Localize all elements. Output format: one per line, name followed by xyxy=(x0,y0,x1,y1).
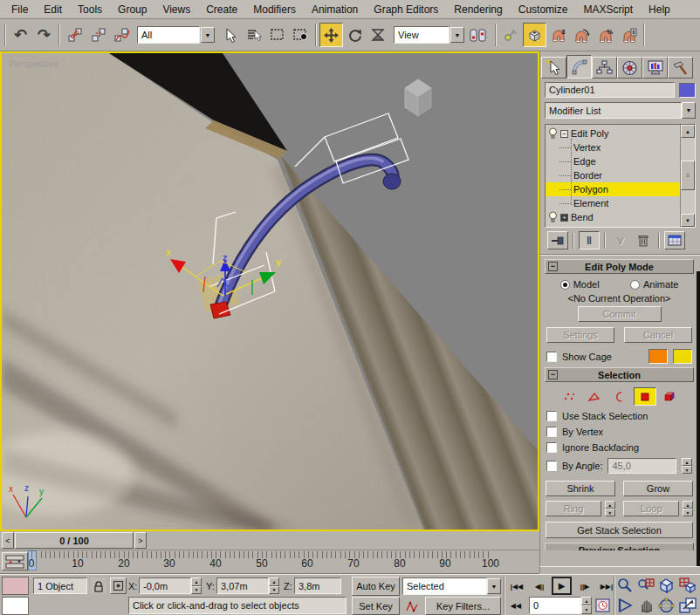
auto-key-button[interactable]: Auto Key xyxy=(352,577,400,596)
menu-maxscript[interactable]: MAXScript xyxy=(575,2,641,17)
y-coordinate-field[interactable]: 3,07m xyxy=(216,577,269,594)
angle-snap-toggle-button[interactable] xyxy=(570,23,594,47)
previous-frame-button[interactable]: ◀|| xyxy=(529,577,550,595)
tab-display[interactable] xyxy=(642,57,668,79)
key-mode-dropdown[interactable]: Selected xyxy=(402,577,487,595)
spinner-down[interactable]: ▼ xyxy=(191,586,202,595)
configure-modifier-sets-button[interactable] xyxy=(664,231,685,249)
tab-utilities[interactable] xyxy=(668,57,693,79)
cancel-button[interactable]: Cancel xyxy=(624,327,692,343)
maximize-viewport-toggle[interactable] xyxy=(678,597,697,615)
get-stack-selection-button[interactable]: Get Stack Selection xyxy=(546,522,693,538)
y-spinner[interactable]: ▲▼ xyxy=(269,577,279,594)
unlink-selection-button[interactable] xyxy=(86,23,110,47)
animate-radio[interactable]: Animate xyxy=(630,279,678,290)
set-key-filters-curve-button[interactable] xyxy=(402,597,422,615)
key-filters-button[interactable]: Key Filters... xyxy=(425,597,501,615)
play-animation-button[interactable]: ▶ xyxy=(552,577,572,595)
ignore-backfacing-row[interactable]: Ignore Backfacing xyxy=(546,442,692,453)
selection-filter-dropdown[interactable]: All xyxy=(137,26,200,44)
pan-view-button[interactable] xyxy=(637,597,655,615)
zoom-region-button[interactable] xyxy=(616,597,635,615)
snaps-toggle-button[interactable]: 3 xyxy=(546,23,570,47)
key-mode-arrow[interactable]: ▼ xyxy=(487,578,501,594)
track-bar-ruler[interactable]: 0 10 20 30 40 50 60 70 80 90 100 xyxy=(30,550,536,572)
vertex-subobject-button[interactable] xyxy=(558,387,580,406)
shrink-button[interactable]: Shrink xyxy=(546,481,615,496)
set-key-button[interactable]: Set Key xyxy=(352,597,400,615)
undo-button[interactable]: ↶ xyxy=(9,23,32,47)
stack-item-vertex[interactable]: Vertex xyxy=(546,140,680,154)
checkbox[interactable] xyxy=(546,411,557,421)
stack-item-edge[interactable]: Edge xyxy=(546,154,680,168)
expand-icon[interactable]: + xyxy=(560,214,568,222)
show-cage-checkbox[interactable] xyxy=(546,352,557,362)
cage-selected-color-swatch[interactable] xyxy=(673,349,692,364)
polygon-subobject-button[interactable] xyxy=(634,387,656,406)
checkbox[interactable] xyxy=(546,442,557,453)
scroll-thumb[interactable]: ≡ xyxy=(681,161,695,190)
track-bar[interactable]: 0 10 20 30 40 50 60 70 80 90 100 xyxy=(0,550,539,574)
stack-scrollbar[interactable]: ▲ ≡ ▼ xyxy=(680,125,695,227)
select-object-button[interactable] xyxy=(218,23,242,47)
perspective-viewport[interactable]: x y z x z y Perspective xyxy=(0,51,539,531)
selection-filter-arrow[interactable]: ▼ xyxy=(201,27,215,43)
stack-item-polygon-selected[interactable]: Polygon xyxy=(546,182,680,196)
object-name-field[interactable]: Cylinder01 xyxy=(545,82,675,98)
menu-views[interactable]: Views xyxy=(154,2,198,17)
menu-modifiers[interactable]: Modifiers xyxy=(245,2,304,17)
absolute-offset-mode-toggle[interactable] xyxy=(110,577,127,594)
spinner-snap-toggle-button[interactable] xyxy=(617,23,641,47)
edge-subobject-button[interactable] xyxy=(583,387,606,406)
menu-customize[interactable]: Customize xyxy=(511,2,576,17)
spinner-down[interactable]: ▼ xyxy=(682,466,692,474)
by-vertex-row[interactable]: By Vertex xyxy=(546,427,692,437)
spinner-up[interactable]: ▲ xyxy=(682,458,692,466)
spinner-up[interactable]: ▲ xyxy=(191,577,202,586)
loop-spinner[interactable]: ▲▼ xyxy=(683,501,693,516)
by-angle-row[interactable]: By Angle: 45,0 ▲▼ xyxy=(546,458,692,474)
menu-group[interactable]: Group xyxy=(110,2,154,17)
use-stack-selection-row[interactable]: Use Stack Selection xyxy=(546,411,692,421)
select-by-name-button[interactable] xyxy=(242,23,265,47)
checkbox[interactable] xyxy=(546,427,557,437)
use-pivot-point-center-button[interactable] xyxy=(464,23,492,47)
zoom-extents-button[interactable] xyxy=(657,577,676,597)
stack-item-element[interactable]: Element xyxy=(546,196,680,210)
menu-file[interactable]: File xyxy=(3,2,36,17)
commit-button[interactable]: Commit xyxy=(578,306,662,322)
reference-coordinate-system-dropdown[interactable]: View xyxy=(394,26,450,44)
ring-spinner[interactable]: ▲▼ xyxy=(605,501,615,516)
menu-help[interactable]: Help xyxy=(641,2,678,17)
coord-system-arrow[interactable]: ▼ xyxy=(450,27,464,43)
maxscript-macro-recorder-field[interactable] xyxy=(2,577,29,595)
rectangular-selection-region-button[interactable] xyxy=(265,23,289,47)
spinner-down[interactable]: ▼ xyxy=(269,586,279,595)
percent-snap-toggle-button[interactable]: % xyxy=(594,23,617,47)
zoom-all-button[interactable] xyxy=(637,577,655,597)
select-and-link-button[interactable] xyxy=(63,23,86,47)
cage-color-swatch[interactable] xyxy=(649,349,668,364)
arc-rotate-button[interactable] xyxy=(657,597,676,615)
make-unique-button[interactable]: ⋎ xyxy=(610,231,631,249)
by-angle-spinner[interactable]: ▲▼ xyxy=(682,458,692,474)
remove-modifier-button[interactable] xyxy=(633,231,654,249)
frame-spinner[interactable]: ▲▼ xyxy=(581,597,592,614)
collapse-rollout-icon[interactable]: − xyxy=(548,370,558,379)
by-angle-checkbox[interactable] xyxy=(546,461,557,471)
maxscript-mini-listener-field[interactable] xyxy=(2,597,29,615)
collapse-icon[interactable]: − xyxy=(560,130,568,138)
menu-tools[interactable]: Tools xyxy=(70,2,110,17)
tab-hierarchy[interactable] xyxy=(592,57,617,79)
scroll-track[interactable]: ≡ xyxy=(681,138,695,214)
settings-button[interactable]: Settings xyxy=(546,327,614,343)
spinner-up[interactable]: ▲ xyxy=(581,597,592,605)
menu-rendering[interactable]: Rendering xyxy=(446,2,510,17)
menu-create[interactable]: Create xyxy=(198,2,245,17)
border-subobject-button[interactable] xyxy=(608,387,631,406)
zoom-button[interactable] xyxy=(616,577,635,597)
spinner-up[interactable]: ▲ xyxy=(683,501,693,509)
z-coordinate-field[interactable]: 3,8m xyxy=(294,577,341,594)
zoom-extents-all-button[interactable] xyxy=(678,577,697,597)
collapse-rollout-icon[interactable]: − xyxy=(548,262,558,271)
